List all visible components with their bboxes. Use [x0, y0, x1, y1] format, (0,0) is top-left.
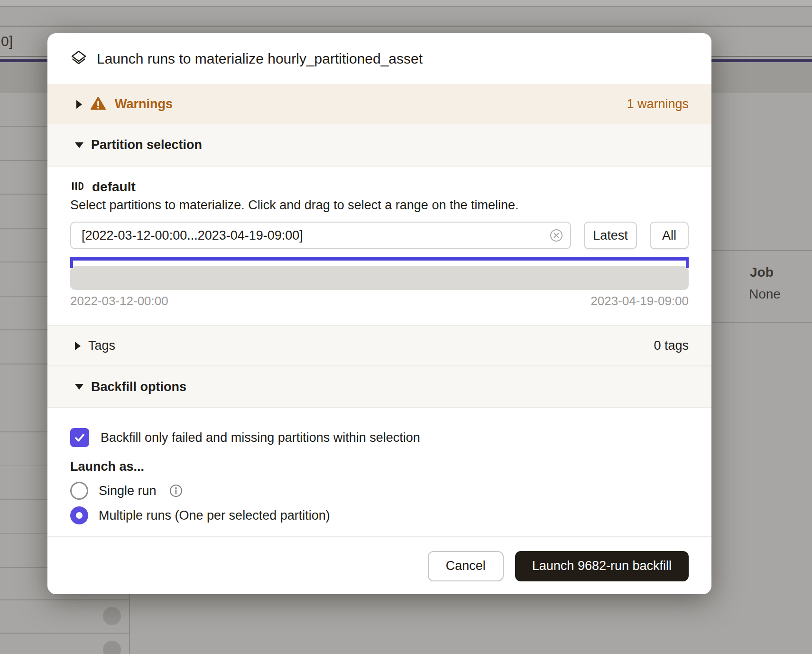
caret-right-icon — [76, 100, 82, 109]
warnings-label: Warnings — [115, 97, 173, 112]
partition-description: Select partitions to materialize. Click … — [70, 198, 689, 213]
single-run-radio[interactable] — [70, 482, 88, 500]
tags-count: 0 tags — [654, 338, 689, 353]
tags-label: Tags — [88, 338, 115, 353]
all-button[interactable]: All — [650, 222, 689, 249]
warnings-count: 1 warnings — [627, 97, 689, 112]
bg-column-divider — [129, 594, 130, 654]
bg-top-strip — [0, 0, 812, 6]
single-run-label: Single run — [99, 484, 157, 498]
bg-truncated-input-text: 0] — [1, 33, 13, 49]
launch-as-label: Launch as... — [70, 459, 689, 475]
warning-triangle-icon — [91, 96, 106, 112]
partition-selection-label: Partition selection — [91, 138, 202, 152]
dialog-footer: Cancel Launch 9682-run backfill — [47, 536, 711, 594]
range-start-label: 2022-03-12-00:00 — [70, 294, 168, 308]
bg-status-dot — [103, 607, 121, 625]
caret-down-icon — [75, 142, 83, 148]
dialog-header: Launch runs to materialize hourly_partit… — [47, 33, 711, 84]
materialize-icon — [70, 49, 87, 68]
partition-range-input[interactable] — [70, 222, 571, 249]
launch-backfill-button[interactable]: Launch 9682-run backfill — [515, 551, 689, 581]
timeline-bar[interactable] — [70, 266, 689, 290]
bg-job-column-header: Job — [750, 265, 774, 280]
multiple-runs-radio[interactable] — [70, 506, 88, 524]
dialog-title: Launch runs to materialize hourly_partit… — [97, 51, 423, 67]
bg-row-divider — [0, 633, 129, 634]
caret-down-icon — [75, 384, 83, 390]
partition-dimension-name: default — [92, 179, 136, 195]
info-icon[interactable] — [169, 484, 183, 498]
partition-selection-toggle[interactable]: Partition selection — [47, 124, 711, 167]
bg-job-column-value: None — [749, 287, 781, 302]
cancel-button[interactable]: Cancel — [428, 551, 504, 581]
launch-backfill-dialog: Launch runs to materialize hourly_partit… — [47, 33, 711, 594]
latest-button[interactable]: Latest — [584, 222, 637, 249]
bg-divider — [0, 26, 812, 27]
partition-timeline[interactable]: 2022-03-12-00:00 2023-04-19-09:00 — [70, 257, 689, 308]
missing-failed-checkbox[interactable] — [70, 428, 89, 447]
bg-row-divider — [711, 322, 812, 323]
tags-section-toggle[interactable]: Tags 0 tags — [47, 325, 711, 366]
missing-failed-checkbox-label: Backfill only failed and missing partiti… — [101, 430, 420, 445]
warnings-section-toggle[interactable]: Warnings 1 warnings — [47, 84, 711, 124]
bg-divider — [0, 6, 812, 7]
multiple-runs-label: Multiple runs (One per selected partitio… — [99, 508, 330, 523]
caret-right-icon — [75, 342, 81, 350]
backfill-options-content: Backfill only failed and missing partiti… — [47, 408, 711, 536]
backfill-options-toggle[interactable]: Backfill options — [47, 366, 711, 408]
range-end-label: 2023-04-19-09:00 — [591, 294, 689, 308]
bg-row-divider — [711, 250, 812, 251]
partition-selection-content: default Select partitions to materialize… — [47, 167, 711, 325]
bg-row-divider — [0, 599, 129, 600]
backfill-options-label: Backfill options — [91, 380, 186, 394]
selected-range-bracket — [70, 257, 689, 261]
bg-table-rows — [0, 93, 47, 594]
clear-input-icon[interactable] — [549, 228, 563, 243]
partition-dimension-icon — [70, 179, 84, 195]
bg-status-dot — [103, 641, 121, 654]
